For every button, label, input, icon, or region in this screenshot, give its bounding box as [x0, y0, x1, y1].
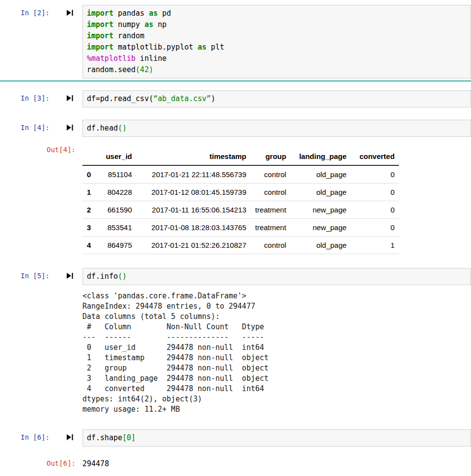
- code-token: random: [113, 31, 144, 40]
- table-row: 18042282017-01-12 08:01:45.159739control…: [82, 184, 399, 201]
- code-token: pd: [158, 9, 171, 18]
- code-cell-3: In [3]: df=pd.read_csv(“ab_data.csv”): [0, 90, 471, 107]
- dataframe-table: user_idtimestampgrouplanding_pageconvert…: [82, 148, 399, 254]
- code-token: df=pd.read_csv(: [87, 94, 153, 103]
- table-cell: 0: [351, 165, 399, 184]
- input-prompt: In [6]:: [21, 433, 50, 441]
- code-input[interactable]: df.head(): [82, 120, 471, 137]
- code-content: df.info(): [87, 271, 467, 282]
- input-prompt: In [3]:: [21, 94, 50, 102]
- code-cell-4: In [4]: df.head(): [0, 120, 471, 137]
- table-cell: 2017-01-21 22:11:48.556739: [136, 165, 251, 184]
- run-cell-icon[interactable]: [66, 272, 74, 279]
- run-cell-icon[interactable]: [66, 9, 74, 16]
- code-token: import: [87, 31, 113, 40]
- prompt-area: In [3]:: [0, 90, 82, 102]
- output-prompt: Out[4]:: [47, 146, 76, 154]
- code-input[interactable]: df.shape[0]: [82, 429, 471, 447]
- table-cell: 2017-01-12 08:01:45.159739: [136, 184, 251, 201]
- table-cell: 1: [351, 237, 399, 254]
- output-area-6: Out[6]: 294478: [0, 455, 471, 468]
- table-row: 08511042017-01-21 22:11:48.556739control…: [82, 165, 399, 184]
- code-token: np: [153, 20, 166, 29]
- output-content: 294478: [82, 455, 471, 468]
- table-row: 38535412017-01-08 18:28:03.143765treatme…: [82, 219, 399, 237]
- output-content: <class 'pandas.core.frame.DataFrame'> Ra…: [82, 291, 471, 415]
- table-cell: new_page: [290, 201, 351, 219]
- notebook: In [2]: import pandas as pd import numpy…: [0, 5, 471, 468]
- table-header-row: user_idtimestampgrouplanding_pageconvert…: [82, 148, 399, 165]
- input-prompt: In [2]:: [21, 9, 50, 17]
- table-cell: control: [251, 237, 290, 254]
- selected-cell-divider: [0, 80, 471, 81]
- code-token: inline: [135, 54, 166, 63]
- code-token: as: [149, 9, 157, 18]
- table-cell: 864975: [97, 237, 136, 254]
- prompt-area: In [6]:: [0, 429, 82, 441]
- prompt-area: Out[4]:: [0, 142, 82, 154]
- output-prompt: Out[6]:: [47, 459, 76, 467]
- code-token: “ab_data.csv”: [153, 94, 210, 103]
- table-cell: 0: [351, 184, 399, 201]
- cell-output-text: <class 'pandas.core.frame.DataFrame'> Ra…: [82, 291, 471, 415]
- column-header: group: [251, 148, 290, 165]
- column-header: converted: [351, 148, 399, 165]
- input-prompt: In [5]:: [21, 272, 50, 280]
- code-content: df.shape[0]: [87, 432, 467, 444]
- row-index: 1: [82, 184, 97, 201]
- table-cell: 2017-01-11 16:55:06.154213: [136, 201, 251, 219]
- table-cell: old_page: [290, 184, 351, 201]
- code-token: plt: [207, 43, 224, 52]
- prompt-area: In [5]:: [0, 268, 82, 280]
- table-cell: 2017-01-21 01:52:26.210827: [136, 237, 251, 254]
- code-token: pandas: [113, 9, 149, 18]
- code-token: as: [198, 43, 207, 52]
- column-header: [82, 148, 97, 165]
- run-cell-icon[interactable]: [66, 124, 74, 131]
- prompt-area: Out[6]:: [0, 455, 82, 467]
- code-token: import: [87, 43, 113, 52]
- code-token: (): [118, 124, 127, 132]
- prompt-area: In [4]:: [0, 120, 82, 132]
- output-value: 294478: [82, 455, 109, 468]
- column-header: user_id: [97, 148, 136, 165]
- code-token: matplotlib.pyplot: [113, 43, 198, 52]
- table-cell: treatment: [251, 201, 290, 219]
- table-cell: control: [251, 165, 290, 184]
- code-token: (42): [135, 65, 153, 74]
- output-area-4: Out[4]: user_idtimestampgrouplanding_pag…: [0, 142, 471, 254]
- code-token: (): [118, 272, 127, 281]
- output-content: user_idtimestampgrouplanding_pageconvert…: [82, 142, 471, 254]
- table-cell: 804228: [97, 184, 136, 201]
- code-input[interactable]: df=pd.read_csv(“ab_data.csv”): [82, 90, 471, 107]
- run-cell-icon[interactable]: [66, 95, 74, 102]
- code-content: df.head(): [87, 123, 467, 134]
- code-token: random.seed: [87, 65, 135, 74]
- row-index: 3: [82, 219, 97, 237]
- code-cell-5: In [5]: df.info(): [0, 268, 471, 285]
- prompt-area: [0, 291, 82, 295]
- code-token: %matplotlib: [87, 54, 135, 63]
- table-cell: 853541: [97, 219, 136, 237]
- table-row: 26615902017-01-11 16:55:06.154213treatme…: [82, 201, 399, 219]
- table-cell: old_page: [290, 165, 351, 184]
- row-index: 0: [82, 165, 97, 184]
- input-prompt: In [4]:: [21, 124, 50, 132]
- row-index: 2: [82, 201, 97, 219]
- code-token: ): [211, 94, 215, 103]
- row-index: 4: [82, 237, 97, 254]
- table-row: 48649752017-01-21 01:52:26.210827control…: [82, 237, 399, 254]
- table-cell: control: [251, 184, 290, 201]
- output-area-5: <class 'pandas.core.frame.DataFrame'> Ra…: [0, 291, 471, 415]
- code-token: import: [87, 20, 113, 29]
- run-cell-icon[interactable]: [66, 434, 74, 441]
- code-token: df.shape: [87, 433, 122, 442]
- table-cell: 0: [351, 201, 399, 219]
- table-cell: 2017-01-08 18:28:03.143765: [136, 219, 251, 237]
- code-cell-2: In [2]: import pandas as pd import numpy…: [0, 5, 471, 79]
- code-input[interactable]: import pandas as pd import numpy as np i…: [82, 5, 471, 79]
- column-header: timestamp: [136, 148, 251, 165]
- code-input[interactable]: df.info(): [82, 268, 471, 285]
- code-token: numpy: [113, 20, 144, 29]
- table-cell: treatment: [251, 219, 290, 237]
